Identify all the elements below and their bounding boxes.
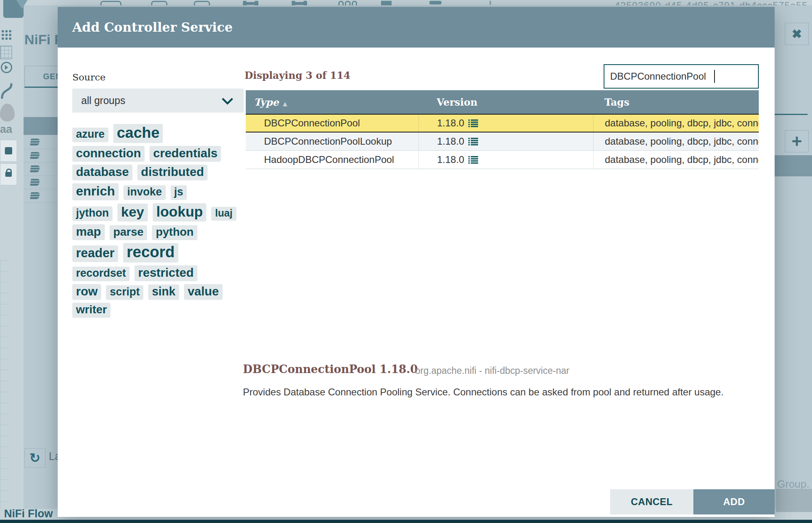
status-bar	[0, 520, 812, 523]
column-header-version[interactable]: Version	[418, 96, 593, 108]
tag-row: readerrecord	[72, 243, 263, 263]
selected-service-description: Provides Database Connection Pooling Ser…	[243, 386, 747, 398]
selected-service-bundle: org.apache.nifi - nifi-dbcp-service-nar	[415, 365, 569, 376]
service-type-cell: DBCPConnectionPoolLookup	[246, 136, 418, 147]
service-version-cell: 1.18.0	[418, 132, 593, 150]
tag-row: recordsetrestricted	[72, 265, 263, 281]
tag-pill-key[interactable]: key	[117, 204, 148, 221]
refresh-icon: ↻	[30, 450, 41, 466]
tag-cloud: azurecacheconnectioncredentialsdatabased…	[72, 124, 263, 321]
breadcrumb: NiFi Flow	[4, 508, 53, 520]
service-type-cell: DBCPConnectionPool	[246, 117, 418, 129]
version-list-icon	[468, 138, 478, 145]
tag-row: azurecache	[72, 124, 263, 143]
bg-service-row	[24, 136, 58, 149]
add-service-button-bg: +	[785, 130, 809, 152]
tag-row: jythonkeylookupluaj	[72, 203, 263, 221]
nifi-screen: 42593690-d45-4d95-c791-db4ccc575a55 aa N…	[0, 0, 812, 523]
service-version-cell: 1.18.0	[418, 151, 593, 169]
tag-pill-recordset[interactable]: recordset	[72, 267, 130, 281]
plus-icon: +	[792, 133, 802, 150]
service-row-HadoopDBCPConnectionPool[interactable]: HadoopDBCPConnectionPool1.18.0database, …	[246, 150, 759, 169]
cancel-button[interactable]: CANCEL	[610, 489, 693, 514]
canvas-grid	[0, 260, 9, 509]
add-button[interactable]: ADD	[693, 489, 775, 514]
column-header-type[interactable]: Type▲	[246, 96, 418, 108]
column-header-tags[interactable]: Tags	[593, 96, 759, 108]
text-caret	[714, 70, 715, 83]
book-icon	[30, 152, 40, 159]
tag-pill-value[interactable]: value	[184, 284, 223, 300]
tag-pill-connection[interactable]: connection	[72, 146, 145, 162]
tag-pill-cache[interactable]: cache	[113, 124, 163, 143]
settings-close-button: ✖	[785, 23, 809, 45]
tag-pill-distributed[interactable]: distributed	[137, 165, 208, 180]
puzzle-icon	[5, 147, 12, 154]
tag-pill-js[interactable]: js	[171, 185, 187, 200]
bg-service-row	[24, 176, 58, 189]
service-tags-cell: database, pooling, dbcp, jdbc, connec…	[593, 115, 759, 132]
service-type-table: Type▲ Version Tags DBCPConnectionPool1.1…	[246, 90, 759, 169]
tag-pill-row[interactable]: row	[72, 284, 101, 300]
chevron-down-icon	[222, 93, 233, 105]
toolbar-divider	[489, 1, 491, 5]
book-icon	[30, 139, 40, 145]
tag-row: databasedistributed	[72, 165, 263, 180]
bg-block	[776, 489, 812, 512]
bg-table-header-fragment	[775, 155, 812, 176]
filter-input[interactable]	[604, 64, 759, 89]
tag-pill-writer[interactable]: writer	[72, 303, 110, 318]
service-row-DBCPConnectionPool[interactable]: DBCPConnectionPool1.18.0database, poolin…	[246, 114, 759, 132]
add-controller-service-dialog: Add Controller Service Source all groups…	[58, 7, 775, 517]
play-circle-icon	[1, 62, 12, 73]
service-tags-cell: database, pooling, dbcp, jdbc, connec…	[593, 132, 759, 150]
tag-pill-credentials[interactable]: credentials	[149, 146, 221, 162]
refresh-button-bg: ↻	[24, 448, 45, 468]
bg-service-row	[24, 189, 58, 203]
service-version-cell: 1.18.0	[418, 115, 593, 132]
close-icon: ✖	[792, 27, 802, 41]
tag-pill-restricted[interactable]: restricted	[134, 265, 197, 281]
tag-pill-python[interactable]: python	[152, 225, 197, 240]
tag-row: mapparsepython	[72, 224, 263, 240]
settings-page-title-fragment: NiFi F	[24, 32, 63, 48]
book-icon	[30, 192, 40, 199]
tag-row: enrichinvokejs	[72, 183, 263, 200]
table-body: DBCPConnectionPool1.18.0database, poolin…	[246, 114, 759, 169]
canvas-zoom-label: aa	[0, 123, 12, 136]
bg-table-header-fragment	[24, 117, 58, 135]
displaying-count: Displaying 3 of 114	[245, 69, 350, 81]
tag-pill-lookup[interactable]: lookup	[153, 203, 207, 221]
service-type-cell: HadoopDBCPConnectionPool	[246, 154, 418, 165]
droplet-icon	[0, 104, 15, 122]
label-icon	[429, 1, 442, 4]
source-group-select[interactable]: all groups	[72, 89, 244, 113]
component-box	[0, 163, 17, 185]
tag-pill-sink[interactable]: sink	[148, 284, 179, 300]
bg-service-row	[24, 149, 58, 163]
tag-pill-jython[interactable]: jython	[72, 206, 113, 221]
tag-row: rowscriptsinkvalue	[72, 284, 263, 300]
version-list-icon	[468, 156, 478, 164]
tag-row: connectioncredentials	[72, 146, 263, 162]
connection-hook-icon	[0, 82, 14, 99]
tag-pill-map[interactable]: map	[72, 224, 105, 240]
lock-icon	[5, 172, 12, 177]
table-header-row: Type▲ Version Tags	[246, 90, 759, 114]
tag-pill-azure[interactable]: azure	[72, 128, 108, 142]
tag-pill-invoke[interactable]: invoke	[123, 185, 166, 200]
tag-pill-parse[interactable]: parse	[110, 225, 147, 240]
service-row-DBCPConnectionPoolLookup[interactable]: DBCPConnectionPoolLookup1.18.0database, …	[246, 132, 759, 150]
dialog-header: Add Controller Service	[58, 7, 775, 48]
tag-pill-record[interactable]: record	[123, 243, 178, 263]
source-selected-value: all groups	[81, 89, 125, 113]
book-icon	[30, 179, 40, 186]
tag-pill-script[interactable]: script	[106, 285, 143, 300]
tag-pill-luaj[interactable]: luaj	[211, 207, 236, 221]
tag-pill-reader[interactable]: reader	[72, 245, 118, 262]
tag-pill-database[interactable]: database	[72, 165, 132, 180]
source-label: Source	[72, 72, 106, 82]
bg-divider	[775, 114, 808, 115]
tag-pill-enrich[interactable]: enrich	[72, 183, 119, 200]
mini-grid-icon	[0, 46, 12, 59]
